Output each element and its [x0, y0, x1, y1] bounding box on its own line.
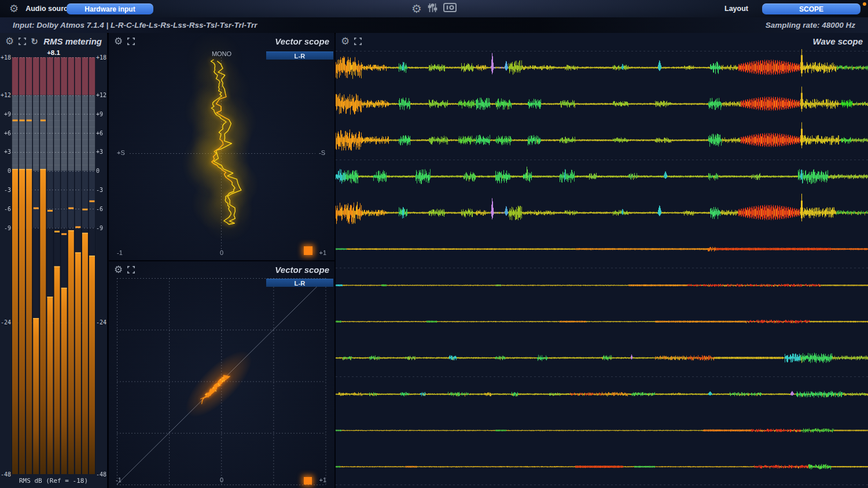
meter-scale-label: -24 [96, 319, 107, 326]
rms-settings-gear-icon[interactable]: ⚙ [5, 36, 14, 46]
meter-scale-label: -9 [96, 225, 107, 231]
meter-scale-label: -48 [96, 471, 107, 478]
wave-fullscreen-icon[interactable] [354, 38, 362, 45]
sampling-rate-text: Sampling rate: 48000 Hz [766, 21, 855, 29]
settings-gear-icon[interactable]: ⚙ [9, 3, 19, 14]
input-format-text: Input: Dolby Atmos 7.1.4 | L-R-C-Lfe-Ls-… [13, 21, 258, 29]
meter-scale-label: -3 [96, 187, 107, 193]
meter-scale-label: -6 [96, 206, 107, 212]
meter-scale-label: +12 [0, 92, 11, 98]
goniometer-canvas [109, 33, 334, 260]
wave-scope-title: Wave scope [813, 36, 863, 46]
side-label-plus-s: +S [117, 149, 125, 156]
vector-scope-top-title: Vector scope [275, 36, 329, 46]
vector-scope-panel-bottom: ⚙ Vector scope L-R -1 0 +1 [109, 261, 334, 488]
io-monitor-icon[interactable] [443, 3, 457, 14]
vector-top-fullscreen-icon[interactable] [127, 38, 135, 45]
meter-scale-label: +18 [0, 54, 11, 61]
meter-scale-label: -3 [0, 187, 11, 193]
vector-top-settings-gear-icon[interactable]: ⚙ [114, 36, 123, 46]
rms-fullscreen-icon[interactable] [19, 38, 26, 45]
meter-scale-label: +9 [0, 111, 11, 117]
vector-scope-panel-top: ⚙ Vector scope MONO L-R +S -S -1 0 +1 [109, 33, 334, 260]
scope-button[interactable]: SCOPE [762, 3, 860, 14]
xy-axis-label-zero: 0 [109, 476, 334, 483]
xy-axis-label-pos1: +1 [319, 476, 326, 483]
sliders-icon[interactable] [428, 3, 437, 15]
vector-bottom-settings-gear-icon[interactable]: ⚙ [114, 265, 123, 275]
audio-source-label: Audio source [25, 5, 72, 13]
meter-scale-label: -9 [0, 225, 11, 231]
rms-footer-label: RMS dB (Ref = -18) [0, 477, 107, 485]
meter-scale-label: +3 [96, 149, 107, 155]
wave-scope-header: ⚙ Wave scope [336, 33, 868, 49]
meter-scale-label: -6 [0, 206, 11, 212]
hardware-input-button[interactable]: Hardware input [67, 3, 153, 14]
vector-top-level-indicator [304, 246, 312, 255]
meter-scale-label: +6 [96, 130, 107, 136]
rms-meter-canvas [12, 57, 95, 474]
vector-bottom-fullscreen-icon[interactable] [127, 266, 135, 273]
meter-scale-label: +6 [0, 130, 11, 136]
top-toolbar: ⚙ Audio source Hardware input ⚙ Layout S… [0, 0, 868, 18]
rms-reset-icon[interactable]: ↻ [31, 37, 38, 46]
meter-scale-label: +3 [0, 149, 11, 155]
wave-settings-gear-icon[interactable]: ⚙ [341, 36, 350, 46]
xy-scope-canvas [109, 261, 334, 488]
rms-metering-panel: ⚙ ↻ RMS metering +8.1 +18+18+12+12+9+9+6… [0, 33, 107, 488]
axis-label-zero: 0 [109, 249, 334, 256]
vector-top-mode-button[interactable]: L-R [266, 51, 333, 60]
wave-scope-canvas [336, 49, 868, 488]
vector-scope-top-header: ⚙ Vector scope [109, 33, 334, 50]
vector-scope-bottom-title: Vector scope [275, 265, 329, 275]
side-label-minus-s: -S [319, 149, 325, 156]
rms-panel-header: ⚙ ↻ RMS metering [0, 33, 107, 50]
axis-label-pos1: +1 [319, 249, 326, 256]
status-dot [863, 2, 866, 6]
meter-scale-label: -48 [0, 471, 11, 478]
vector-scope-bottom-header: ⚙ Vector scope [109, 261, 334, 278]
meter-scale-label: -24 [0, 319, 11, 326]
meter-scale-label: +9 [96, 111, 107, 117]
wave-scope-panel: ⚙ Wave scope [336, 33, 868, 488]
vector-bottom-level-indicator [304, 477, 312, 485]
hardware-input-button-label: Hardware input [84, 5, 135, 13]
rms-peak-readout: +8.1 [12, 49, 95, 56]
layout-label: Layout [724, 5, 748, 13]
app-window: ⚙ Audio source Hardware input ⚙ Layout S… [0, 0, 868, 488]
meter-scale-label: +18 [96, 54, 107, 61]
meter-scale-label: +12 [96, 92, 107, 98]
toolbar-center-icons: ⚙ [411, 0, 457, 17]
rms-panel-title: RMS metering [43, 36, 102, 46]
meter-scale-label: 0 [0, 168, 11, 174]
meter-scale-label: 0 [96, 168, 107, 174]
scope-button-label: SCOPE [799, 5, 823, 13]
preferences-gear-icon[interactable]: ⚙ [411, 3, 422, 14]
info-bar: Input: Dolby Atmos 7.1.4 | L-R-C-Lfe-Ls-… [0, 17, 868, 34]
vector-bottom-mode-button[interactable]: L-R [266, 279, 333, 287]
